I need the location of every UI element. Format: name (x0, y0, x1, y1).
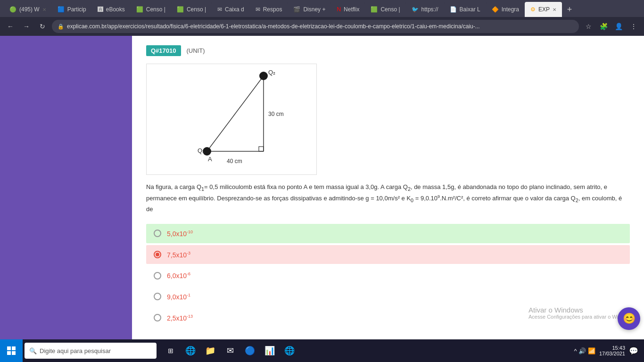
tab-favicon-2: 🟦 (58, 6, 65, 13)
powerpoint-icon[interactable]: 📊 (261, 342, 278, 359)
question-badge: Q#17010 (146, 45, 181, 56)
radio-dot-b (156, 253, 159, 256)
tab-12[interactable]: 🔶 Integra (486, 2, 525, 17)
tab-favicon-active: ⚙ (530, 6, 536, 13)
svg-text:A: A (208, 156, 212, 163)
tab-7[interactable]: ✉ Respos (250, 2, 288, 17)
question-header: Q#17010 (UNIT) (146, 45, 630, 56)
profile-icon[interactable]: 👤 (612, 20, 625, 33)
taskbar-search[interactable]: 🔍 Digite aqui para pesquisar (25, 343, 157, 359)
new-tab-button[interactable]: + (562, 2, 577, 17)
taskbar-right: ^ 🔊 📶 15:43 17/03/2021 💬 (574, 345, 644, 356)
svg-line-3 (207, 76, 264, 151)
refresh-button[interactable]: ↻ (36, 20, 49, 33)
windows-logo-icon (7, 346, 16, 355)
tab-10[interactable]: 🐦 https:// (406, 2, 444, 17)
start-button[interactable] (0, 339, 23, 362)
file-explorer-icon[interactable]: 📁 (202, 342, 219, 359)
diagram-container: Q₂ Q₁ A 30 cm 40 cm (146, 64, 317, 175)
tab-favicon-4: 🟩 (136, 6, 143, 13)
svg-text:30 cm: 30 cm (268, 111, 284, 117)
tab-close-1[interactable]: ✕ (42, 7, 46, 12)
tab-3[interactable]: 🅰 eBooks (92, 2, 131, 17)
tab-4[interactable]: 🟩 Censo | (131, 2, 171, 17)
svg-text:Q₁: Q₁ (198, 147, 205, 154)
chrome2-icon[interactable]: 🌐 (281, 342, 298, 359)
back-button[interactable]: ← (4, 20, 17, 33)
main-area: Q#17010 (UNIT) (132, 36, 644, 339)
radio-a[interactable] (154, 230, 161, 237)
clock-date: 17/03/2021 (599, 351, 625, 356)
tab-bar: 🟢 (495) W ✕ 🟦 Particip 🅰 eBooks 🟩 Censo … (0, 0, 644, 17)
tab-6[interactable]: ✉ Caixa d (212, 2, 250, 17)
answer-text-a: 5,0x10-10 (167, 230, 193, 238)
clock-time: 15:43 (599, 345, 625, 351)
tab-label-netflix: Netflix (344, 6, 359, 13)
address-bar-actions: ☆ 🧩 👤 ⋮ (582, 20, 640, 33)
svg-rect-0 (259, 147, 264, 151)
task-view-button[interactable]: ⊞ (162, 342, 179, 359)
tab-9[interactable]: 🟩 Censo | (365, 2, 405, 17)
tab-favicon-1: 🟢 (9, 6, 17, 13)
address-bar: ← → ↻ 🔒 explicae.com.br/app/exercicios/r… (0, 17, 644, 36)
chat-icon: 😊 (623, 313, 636, 325)
tab-disney[interactable]: 🎬 Disney + (288, 2, 331, 17)
svg-rect-11 (7, 346, 11, 350)
answer-option-a[interactable]: 5,0x10-10 (146, 224, 630, 243)
answer-option-c[interactable]: 6,0x10-6 (146, 266, 630, 285)
svg-text:Q₂: Q₂ (268, 69, 275, 76)
tab-label-disney: Disney + (303, 6, 325, 13)
tab-favicon-disney: 🎬 (293, 6, 300, 13)
radio-b[interactable] (154, 251, 161, 258)
chat-bubble[interactable]: 😊 (618, 307, 640, 330)
tab-close-active[interactable]: ✕ (553, 7, 556, 12)
tab-favicon-3: 🅰 (98, 6, 103, 13)
tab-label-12: Integra (502, 6, 519, 13)
answer-text-c: 6,0x10-6 (167, 272, 190, 280)
tab-label-2: Particip (67, 6, 86, 13)
tab-1[interactable]: 🟢 (495) W ✕ (4, 2, 52, 17)
lock-icon: 🔒 (58, 24, 64, 30)
answer-option-d[interactable]: 9,0x10-1 (146, 287, 630, 306)
tab-2[interactable]: 🟦 Particip (52, 2, 92, 17)
answer-text-d: 9,0x10-1 (167, 293, 190, 301)
answer-option-e[interactable]: 2,5x10-13 (146, 308, 630, 328)
tab-5[interactable]: 🟩 Censo | (171, 2, 212, 17)
tab-favicon-10: 🐦 (412, 6, 419, 13)
tab-label-active: EXP (538, 6, 550, 13)
sidebar (0, 36, 132, 339)
tab-11[interactable]: 📄 Baixar L (444, 2, 486, 17)
taskbar: 🔍 Digite aqui para pesquisar ⊞ 🌐 📁 ✉ 🔵 📊… (0, 339, 644, 362)
extensions-icon[interactable]: 🧩 (597, 20, 610, 33)
tab-label-9: Censo | (380, 6, 400, 13)
answer-option-b[interactable]: 7,5x10-3 (146, 245, 630, 264)
menu-icon[interactable]: ⋮ (627, 20, 640, 33)
url-text: explicae.com.br/app/exercicios/resultado… (67, 23, 480, 30)
tab-active[interactable]: ⚙ EXP ✕ (525, 2, 562, 17)
tab-favicon-5: 🟩 (177, 6, 184, 13)
svg-rect-12 (12, 346, 16, 350)
chrome-icon[interactable]: 🔵 (241, 342, 258, 359)
edge-icon[interactable]: 🌐 (182, 342, 199, 359)
tab-favicon-12: 🔶 (492, 6, 499, 13)
bookmark-icon[interactable]: ☆ (582, 20, 595, 33)
tab-label-6: Caixa d (225, 6, 244, 13)
radio-e[interactable] (154, 314, 161, 321)
radio-c[interactable] (154, 272, 161, 280)
page-content: Q#17010 (UNIT) (0, 36, 644, 339)
taskbar-icons: ⊞ 🌐 📁 ✉ 🔵 📊 🌐 (158, 342, 302, 359)
svg-rect-14 (12, 351, 16, 355)
answer-text-e: 2,5x10-13 (167, 314, 193, 322)
tab-netflix[interactable]: N Netflix (331, 2, 365, 17)
mail-icon[interactable]: ✉ (222, 342, 239, 359)
question-text: Na figura, a carga Q1= 0,5 milicoulomb e… (146, 182, 630, 214)
forward-button[interactable]: → (20, 20, 33, 33)
taskbar-clock: 15:43 17/03/2021 (599, 345, 625, 356)
question-unit: (UNIT) (187, 47, 205, 54)
tab-label-3: eBooks (106, 6, 125, 13)
url-bar[interactable]: 🔒 explicae.com.br/app/exercicios/resulta… (52, 20, 579, 33)
notification-icon[interactable]: 💬 (629, 346, 638, 355)
svg-point-4 (259, 72, 268, 80)
radio-d[interactable] (154, 293, 161, 300)
search-icon: 🔍 (29, 347, 37, 354)
